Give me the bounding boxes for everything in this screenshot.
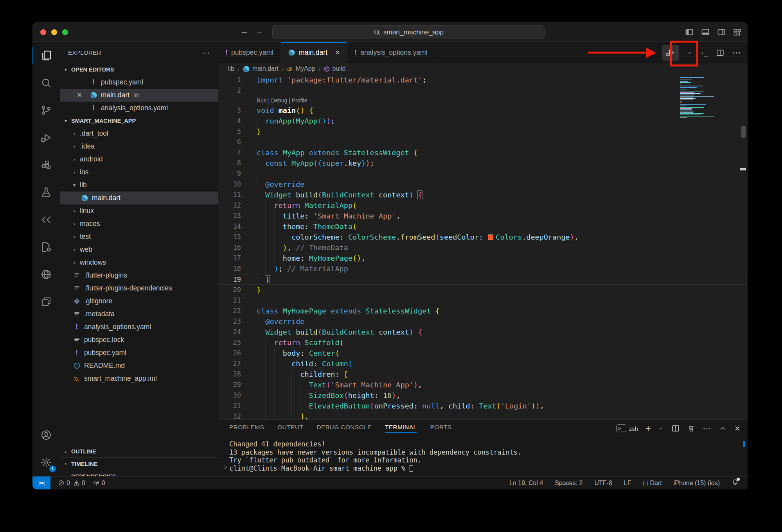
tree-item-.idea[interactable]: ›.idea bbox=[60, 140, 218, 153]
panel-tab-problems[interactable]: PROBLEMS bbox=[229, 420, 264, 435]
open-terminal-icon[interactable]: ›_ bbox=[700, 49, 708, 57]
project-section-header[interactable]: ▾ SMART_MACHINE_APP bbox=[60, 115, 218, 127]
split-terminal-icon[interactable] bbox=[671, 424, 680, 433]
zoom-window-button[interactable] bbox=[62, 29, 68, 35]
status-warning[interactable]: 0 bbox=[73, 480, 85, 487]
tab-pubspec.yaml[interactable]: !pubspec.yaml bbox=[218, 42, 281, 63]
activity-bar-item-accounts[interactable] bbox=[32, 421, 60, 449]
open-editor-pubspec.yaml[interactable]: !pubspec.yaml bbox=[60, 76, 218, 89]
tree-item-.gitignore[interactable]: .gitignore bbox=[60, 295, 218, 308]
status-indentation[interactable]: Spaces: 2 bbox=[555, 480, 582, 487]
status-notifications[interactable] bbox=[732, 478, 739, 487]
minimap[interactable] bbox=[680, 77, 719, 118]
activity-bar-item-extensions[interactable] bbox=[32, 151, 60, 179]
tree-item-pubspec.lock[interactable]: pubspec.lock bbox=[60, 333, 218, 346]
explorer-more-actions-button[interactable]: ⋯ bbox=[202, 48, 210, 57]
activity-bar-item-angle-brackets[interactable] bbox=[32, 206, 60, 233]
panel-more-actions-icon[interactable]: ⋯ bbox=[703, 423, 712, 433]
close-panel-icon[interactable]: ✕ bbox=[734, 424, 741, 433]
tree-item-label: lib bbox=[80, 181, 87, 189]
activity-bar-item-file-settings[interactable] bbox=[32, 233, 60, 261]
breadcrumb-item-main.dart[interactable]: main.dart bbox=[243, 65, 279, 73]
panel-tab-debug-console[interactable]: DEBUG CONSOLE bbox=[316, 420, 371, 435]
tree-item-macos[interactable]: ›macos bbox=[60, 217, 218, 230]
command-center-search[interactable]: smart_machine_app bbox=[272, 25, 545, 39]
tab-label: analysis_options.yaml bbox=[360, 48, 427, 57]
maximize-panel-icon[interactable] bbox=[719, 425, 727, 432]
status-error[interactable]: 0 bbox=[58, 480, 70, 487]
open-editors-section-header[interactable]: ▾ OPEN EDITORS bbox=[60, 63, 218, 76]
tab-main.dart[interactable]: main.dart✕ bbox=[281, 42, 347, 63]
terminal-profile-dropdown-icon[interactable] bbox=[658, 426, 664, 431]
status-device-selector[interactable]: iPhone (15) (ios) bbox=[674, 480, 720, 487]
sidebar-section-outline[interactable]: ›OUTLINE bbox=[60, 445, 218, 457]
tree-item-windows[interactable]: ›windows bbox=[60, 256, 218, 269]
tree-item-analysis_options.yaml[interactable]: !analysis_options.yaml bbox=[60, 321, 218, 333]
panel-tab-output[interactable]: OUTPUT bbox=[277, 420, 303, 435]
status-encoding[interactable]: UTF-8 bbox=[594, 480, 612, 487]
tree-item-web[interactable]: ›web bbox=[60, 243, 218, 256]
scrollbar-thumb[interactable] bbox=[741, 126, 746, 138]
tree-item-.flutter-plugins-dependencies[interactable]: .flutter-plugins-dependencies bbox=[60, 282, 218, 295]
open-editor-main.dart[interactable]: ✕main.dartlib bbox=[60, 89, 218, 102]
close-window-button[interactable] bbox=[40, 29, 46, 35]
status-language-mode[interactable]: { }Dart bbox=[643, 480, 662, 487]
navigate-forward-button[interactable]: → bbox=[254, 27, 265, 36]
close-tab-icon[interactable]: ✕ bbox=[335, 49, 340, 56]
status-antenna[interactable]: 0 bbox=[93, 480, 105, 487]
breadcrumb-item-MyApp[interactable]: MyApp bbox=[287, 65, 315, 72]
toggle-secondary-sidebar-icon[interactable] bbox=[717, 27, 726, 37]
activity-bar-item-search[interactable] bbox=[32, 69, 60, 97]
toggle-panel-icon[interactable] bbox=[701, 27, 710, 37]
color-swatch bbox=[488, 235, 493, 240]
tree-item-android[interactable]: ›android bbox=[60, 153, 218, 166]
tree-item-.dart_tool[interactable]: ›.dart_tool bbox=[60, 127, 218, 140]
new-terminal-icon[interactable]: + bbox=[645, 423, 651, 434]
tree-item-test[interactable]: ›test bbox=[60, 230, 218, 243]
activity-bar-item-windows[interactable] bbox=[32, 288, 60, 315]
split-editor-icon[interactable] bbox=[716, 48, 724, 57]
tree-item-README.md[interactable]: README.md bbox=[60, 359, 218, 372]
navigate-back-button[interactable]: ← bbox=[239, 27, 250, 36]
kill-terminal-icon[interactable] bbox=[687, 425, 695, 432]
remote-indicator[interactable]: >< bbox=[32, 476, 50, 489]
tree-item-.metadata[interactable]: .metadata bbox=[60, 308, 218, 321]
activity-bar-item-settings[interactable]: 1 bbox=[32, 449, 60, 476]
tree-item-lib[interactable]: ▾lib bbox=[60, 179, 218, 192]
activity-bar-item-run-and-debug[interactable] bbox=[32, 124, 60, 151]
tree-item-linux[interactable]: ›linux bbox=[60, 204, 218, 217]
toggle-primary-sidebar-icon[interactable] bbox=[685, 27, 694, 37]
panel-tab-terminal[interactable]: TERMINAL bbox=[385, 420, 417, 435]
tab-analysis_options.yaml[interactable]: !analysis_options.yaml bbox=[347, 42, 435, 63]
chevron-right-icon: › bbox=[71, 260, 77, 265]
editor-more-actions-icon[interactable]: ⋯ bbox=[732, 48, 741, 58]
activity-bar-item-testing[interactable] bbox=[32, 179, 60, 206]
activity-bar-item-source-control[interactable] bbox=[32, 97, 60, 124]
file-label: main.dart bbox=[101, 91, 129, 99]
activity-bar-item-globe[interactable] bbox=[32, 261, 60, 288]
terminal-shell-selector[interactable]: >_zsh bbox=[617, 425, 638, 432]
panel-tab-ports[interactable]: PORTS bbox=[430, 420, 451, 435]
tree-item-smart_machine_app.iml[interactable]: smart_machine_app.iml bbox=[60, 372, 218, 385]
close-editor-icon[interactable]: ✕ bbox=[77, 91, 82, 99]
sidebar-section-timeline[interactable]: ›TIMELINE bbox=[60, 457, 218, 470]
terminal[interactable]: Changed 41 dependencies!13 packages have… bbox=[229, 440, 732, 472]
customize-layout-icon[interactable] bbox=[733, 27, 742, 37]
activity-bar-item-explorer[interactable] bbox=[32, 42, 60, 69]
tree-item-pubspec.yaml[interactable]: !pubspec.yaml bbox=[60, 346, 218, 359]
code-line-5: 5} bbox=[218, 126, 748, 137]
minimize-window-button[interactable] bbox=[51, 29, 57, 35]
open-editor-analysis_options.yaml[interactable]: !analysis_options.yaml bbox=[60, 102, 218, 115]
tree-item-.flutter-plugins[interactable]: .flutter-plugins bbox=[60, 269, 218, 282]
tree-item-ios[interactable]: ›ios bbox=[60, 166, 218, 179]
chevron-right-icon: › bbox=[63, 461, 69, 467]
sidebar-section-dependencies[interactable]: ›DEPENDENCIES bbox=[60, 470, 218, 476]
codelens-run-debug-profile[interactable]: Run | Debug | Profile bbox=[218, 96, 748, 105]
status-cursor-position[interactable]: Ln 19, Col 4 bbox=[509, 480, 543, 487]
tree-item-main.dart[interactable]: main.dart bbox=[60, 192, 218, 204]
status-eol[interactable]: LF bbox=[624, 480, 631, 487]
breadcrumb-item-build[interactable]: build bbox=[324, 65, 346, 72]
breadcrumb-item-lib[interactable]: lib bbox=[228, 65, 234, 72]
terminal-prompt-line[interactable]: clint@Clints-MacBook-Air smart_machine_a… bbox=[229, 464, 732, 473]
code-editor[interactable]: 1import 'package:flutter/material.dart';… bbox=[218, 75, 748, 419]
